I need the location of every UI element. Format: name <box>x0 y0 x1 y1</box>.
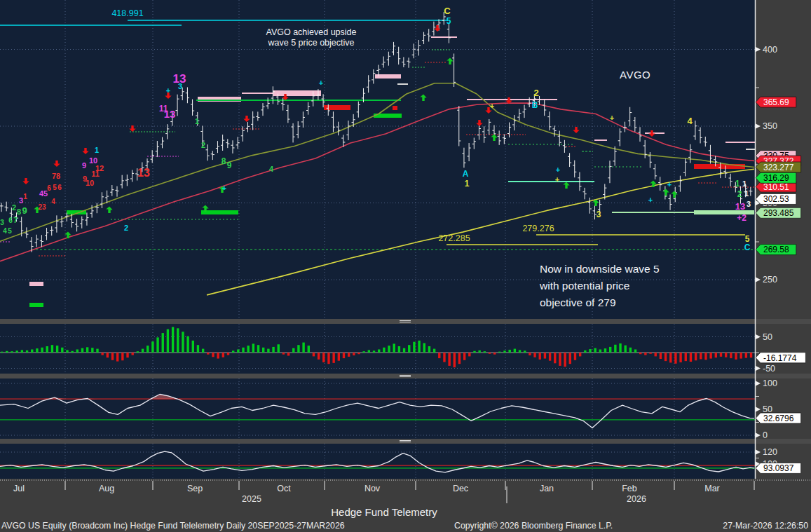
upside-annotation: AVGO achieved upside wave 5 price object… <box>231 27 391 48</box>
svg-text:Jan: Jan <box>540 484 554 493</box>
svg-text:418.991: 418.991 <box>111 8 143 18</box>
svg-text:C: C <box>444 6 451 16</box>
svg-text:1: 1 <box>465 179 470 189</box>
svg-text:32.6796: 32.6796 <box>763 414 794 423</box>
svg-text:Jul: Jul <box>13 484 25 493</box>
svg-text:3: 3 <box>19 196 23 205</box>
svg-text:279.276: 279.276 <box>522 224 554 233</box>
svg-text:9: 9 <box>227 161 232 170</box>
svg-text:13: 13 <box>137 167 150 179</box>
status-bar-security: AVGO US Equity (Broadcom Inc) Hedge Fund… <box>1 521 345 531</box>
svg-text:269.58: 269.58 <box>763 245 789 254</box>
svg-text:11: 11 <box>91 170 100 178</box>
svg-text:120: 120 <box>763 447 777 457</box>
svg-text:+: + <box>556 165 560 174</box>
svg-text:+: + <box>610 114 614 122</box>
svg-text:3: 3 <box>178 82 182 90</box>
svg-text:4: 4 <box>51 198 55 205</box>
svg-text:310.51: 310.51 <box>763 182 789 192</box>
svg-text:2: 2 <box>201 141 205 149</box>
svg-text:Dec: Dec <box>453 484 468 493</box>
svg-text:A: A <box>463 169 469 179</box>
svg-text:400: 400 <box>763 45 777 55</box>
svg-text:Mar: Mar <box>704 484 720 493</box>
svg-text:4: 4 <box>3 227 7 235</box>
svg-text:93.0937: 93.0937 <box>763 463 794 473</box>
svg-text:3: 3 <box>597 210 601 219</box>
svg-text:Sep: Sep <box>187 484 203 493</box>
svg-text:-16.1774: -16.1774 <box>763 353 797 363</box>
svg-text:Feb: Feb <box>622 484 637 493</box>
svg-text:1: 1 <box>95 146 99 154</box>
svg-text:2: 2 <box>533 88 538 98</box>
svg-text:350: 350 <box>763 121 777 131</box>
svg-text:9: 9 <box>82 161 86 170</box>
svg-text:-50: -50 <box>763 364 775 374</box>
svg-text:293.485: 293.485 <box>763 208 794 218</box>
svg-text:5: 5 <box>8 227 12 235</box>
svg-text:10: 10 <box>86 179 94 187</box>
svg-text:1: 1 <box>23 193 27 200</box>
svg-text:+: + <box>166 86 170 95</box>
chart-canvas[interactable]: 418.991279.276272.285+++++++++1331113110… <box>0 0 811 532</box>
status-bar-copyright: Copyright© 2026 Bloomberg Finance L.P. <box>454 521 613 531</box>
svg-text:23: 23 <box>38 203 46 211</box>
svg-text:+: + <box>648 196 653 204</box>
svg-text:13: 13 <box>735 201 745 212</box>
svg-text:13: 13 <box>164 108 176 120</box>
svg-text:3: 3 <box>747 200 751 208</box>
svg-text:+2: +2 <box>737 213 747 223</box>
svg-text:2025: 2025 <box>242 494 261 504</box>
svg-text:2026: 2026 <box>627 494 646 504</box>
svg-text:365.69: 365.69 <box>763 97 789 107</box>
bloomberg-chart-window: 418.991279.276272.285+++++++++1331113110… <box>0 0 811 532</box>
svg-text:C: C <box>744 243 751 252</box>
svg-text:1: 1 <box>195 117 199 125</box>
svg-text:4: 4 <box>687 116 693 126</box>
downside-annotation-line3: objective of 279 <box>540 294 660 311</box>
svg-text:316.29: 316.29 <box>763 173 789 183</box>
svg-text:5: 5 <box>447 16 451 26</box>
downside-annotation-line1: Now in downside wave 5 <box>540 261 660 278</box>
upside-annotation-line2: wave 5 price objective <box>231 38 391 48</box>
svg-text:7: 7 <box>13 217 18 224</box>
svg-text:2: 2 <box>737 189 742 199</box>
svg-text:78: 78 <box>52 172 60 180</box>
panel-divider-handle[interactable] <box>0 439 811 444</box>
svg-text:5: 5 <box>53 184 57 191</box>
svg-text:Nov: Nov <box>364 484 381 493</box>
svg-text:9: 9 <box>22 205 27 216</box>
downside-annotation-line2: with potential price <box>540 278 660 294</box>
svg-text:0: 0 <box>763 430 768 440</box>
status-bar-timestamp: 27-Mar-2026 12:26:50 <box>723 521 808 531</box>
panel-divider-handle[interactable] <box>0 374 811 378</box>
svg-text:6: 6 <box>8 217 13 224</box>
downside-annotation: Now in downside wave 5 with potential pr… <box>540 261 660 311</box>
svg-text:+: + <box>222 184 226 192</box>
upside-annotation-line1: AVGO achieved upside <box>231 27 391 38</box>
svg-text:8: 8 <box>222 156 226 166</box>
panel-divider-handle[interactable] <box>0 319 811 324</box>
svg-text:1: 1 <box>735 179 740 189</box>
svg-text:100: 100 <box>763 378 777 388</box>
svg-text:1: 1 <box>742 179 747 188</box>
svg-text:+: + <box>490 102 494 110</box>
svg-text:+: + <box>555 175 559 184</box>
svg-text:45: 45 <box>39 189 48 198</box>
svg-text:2: 2 <box>12 203 16 212</box>
svg-text:250: 250 <box>763 275 777 285</box>
svg-text:302.53: 302.53 <box>763 194 789 204</box>
svg-text:2: 2 <box>124 224 128 232</box>
svg-text:Oct: Oct <box>277 484 291 493</box>
svg-text:B: B <box>532 100 538 110</box>
svg-text:323.277: 323.277 <box>763 163 794 172</box>
ticker-label: AVGO <box>620 69 650 81</box>
svg-text:6: 6 <box>57 184 62 191</box>
svg-text:272.285: 272.285 <box>438 233 470 243</box>
svg-text:1: 1 <box>744 189 749 198</box>
svg-text:8: 8 <box>17 207 21 216</box>
svg-text:3: 3 <box>0 219 4 226</box>
svg-text:Aug: Aug <box>99 484 114 493</box>
telemetry-watermark: Hedge Fund Telemetry <box>0 506 768 518</box>
svg-text:+: + <box>667 180 672 189</box>
